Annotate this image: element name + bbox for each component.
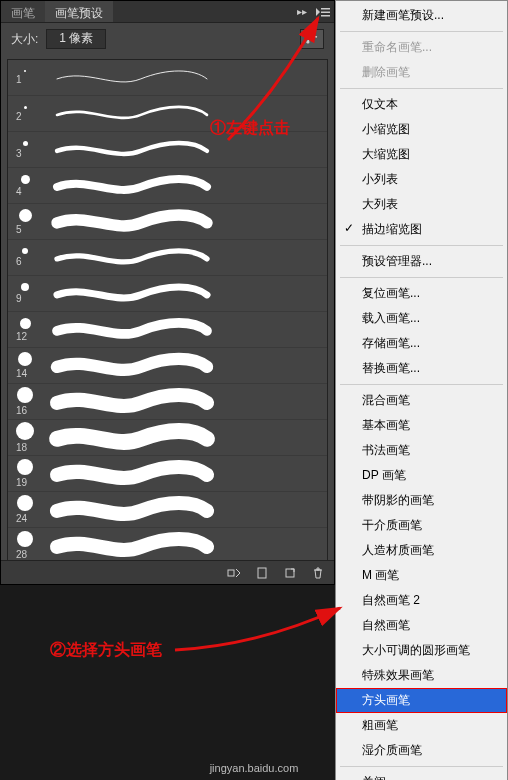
tab-brush[interactable]: 画笔	[1, 1, 45, 22]
menu-small-thumb[interactable]: 小缩览图	[336, 117, 507, 142]
menu-reset-brushes[interactable]: 复位画笔...	[336, 281, 507, 306]
panel-menu-button[interactable]	[312, 1, 334, 22]
menu-faux-finish-brushes[interactable]: 人造材质画笔	[336, 538, 507, 563]
brush-size-dot	[19, 209, 32, 222]
brush-stroke-preview	[42, 243, 321, 273]
svg-rect-6	[286, 569, 294, 577]
brush-stroke-preview	[42, 63, 321, 93]
menu-close[interactable]: 关闭	[336, 770, 507, 780]
size-label: 大小:	[11, 31, 38, 48]
menu-small-list[interactable]: 小列表	[336, 167, 507, 192]
brush-size-number: 24	[16, 513, 34, 524]
brush-list[interactable]: 123456912141618192428	[7, 59, 328, 560]
size-input[interactable]: 1 像素	[46, 29, 106, 49]
tab-brush-presets[interactable]: 画笔预设	[45, 1, 113, 22]
brush-size-number: 19	[16, 477, 34, 488]
brush-size-number: 1	[16, 74, 34, 85]
brush-stroke-preview	[42, 387, 321, 417]
menu-natural-brushes-2[interactable]: 自然画笔 2	[336, 588, 507, 613]
panel-tabs: 画笔 画笔预设 ▸▸	[1, 1, 334, 23]
brush-row[interactable]: 16	[8, 384, 327, 420]
menu-replace-brushes[interactable]: 替换画笔...	[336, 356, 507, 381]
brush-size-dot	[16, 422, 34, 440]
brush-size-dot	[17, 495, 33, 511]
brush-size-dot	[17, 459, 33, 475]
brush-size-number: 28	[16, 549, 34, 560]
brush-row[interactable]: 3	[8, 132, 327, 168]
svg-rect-5	[258, 568, 266, 578]
menu-natural-brushes[interactable]: 自然画笔	[336, 613, 507, 638]
brush-row[interactable]: 6	[8, 240, 327, 276]
brush-size-dot	[23, 141, 28, 146]
brush-size-dot	[18, 352, 32, 366]
brush-size-dot	[22, 248, 28, 254]
annotation-text-2: ②选择方头画笔	[50, 640, 162, 661]
menu-stroke-thumb[interactable]: 描边缩览图	[336, 217, 507, 242]
brush-size-number: 5	[16, 224, 34, 235]
menu-dp-brushes[interactable]: DP 画笔	[336, 463, 507, 488]
brush-size-number: 9	[16, 293, 34, 304]
live-tip-preview-icon[interactable]	[226, 565, 242, 581]
trash-icon[interactable]	[310, 565, 326, 581]
brush-stroke-preview	[42, 423, 321, 453]
brush-row[interactable]: 18	[8, 420, 327, 456]
annotation-arrow-2	[170, 600, 350, 660]
brush-stroke-preview	[42, 135, 321, 165]
brush-size-dot	[21, 175, 30, 184]
tablet-pressure-button[interactable]	[300, 29, 324, 49]
brush-row[interactable]: 12	[8, 312, 327, 348]
menu-preset-manager[interactable]: 预设管理器...	[336, 249, 507, 274]
size-row: 大小: 1 像素	[1, 23, 334, 55]
doc-icon[interactable]	[254, 565, 270, 581]
menu-assorted-brushes[interactable]: 混合画笔	[336, 388, 507, 413]
menu-new-preset[interactable]: 新建画笔预设...	[336, 3, 507, 28]
brush-size-dot	[17, 531, 33, 547]
menu-large-thumb[interactable]: 大缩览图	[336, 142, 507, 167]
brush-size-dot	[21, 283, 29, 291]
brush-row[interactable]: 24	[8, 492, 327, 528]
menu-rename-brush: 重命名画笔...	[336, 35, 507, 60]
brush-size-dot	[24, 70, 26, 72]
brush-size-dot	[20, 318, 31, 329]
brush-row[interactable]: 1	[8, 60, 327, 96]
brush-row[interactable]: 28	[8, 528, 327, 560]
brush-size-number: 6	[16, 256, 34, 267]
menu-basic-brushes[interactable]: 基本画笔	[336, 413, 507, 438]
new-brush-icon[interactable]	[282, 565, 298, 581]
menu-m-brushes[interactable]: M 画笔	[336, 563, 507, 588]
menu-text-only[interactable]: 仅文本	[336, 92, 507, 117]
brush-row[interactable]: 2	[8, 96, 327, 132]
menu-save-brushes[interactable]: 存储画笔...	[336, 331, 507, 356]
menu-square-brushes[interactable]: 方头画笔	[336, 688, 507, 713]
menu-dry-media-brushes[interactable]: 干介质画笔	[336, 513, 507, 538]
brush-size-number: 14	[16, 368, 34, 379]
brush-row[interactable]: 5	[8, 204, 327, 240]
brush-size-number: 12	[16, 331, 34, 342]
brush-stroke-preview	[42, 495, 321, 525]
brush-stroke-preview	[42, 315, 321, 345]
menu-round-brushes[interactable]: 大小可调的圆形画笔	[336, 638, 507, 663]
menu-thick-heavy-brushes[interactable]: 粗画笔	[336, 713, 507, 738]
brush-row[interactable]: 14	[8, 348, 327, 384]
brush-row[interactable]: 19	[8, 456, 327, 492]
menu-large-list[interactable]: 大列表	[336, 192, 507, 217]
brush-stroke-preview	[42, 279, 321, 309]
brush-stroke-preview	[42, 531, 321, 561]
brush-row[interactable]: 9	[8, 276, 327, 312]
menu-special-effect-brushes[interactable]: 特殊效果画笔	[336, 663, 507, 688]
svg-rect-4	[228, 570, 234, 576]
menu-wet-media-brushes[interactable]: 湿介质画笔	[336, 738, 507, 763]
brush-size-dot	[24, 106, 27, 109]
svg-rect-0	[321, 8, 330, 10]
panel-toolbar	[1, 560, 334, 584]
menu-drop-shadow-brushes[interactable]: 带阴影的画笔	[336, 488, 507, 513]
menu-delete-brush: 删除画笔	[336, 60, 507, 85]
brush-stroke-preview	[42, 207, 321, 237]
brush-size-number: 18	[16, 442, 34, 453]
svg-point-3	[307, 41, 310, 44]
brush-row[interactable]: 4	[8, 168, 327, 204]
menu-load-brushes[interactable]: 载入画笔...	[336, 306, 507, 331]
menu-calligraphic-brushes[interactable]: 书法画笔	[336, 438, 507, 463]
brush-size-number: 2	[16, 111, 34, 122]
collapse-panel-icon[interactable]: ▸▸	[292, 1, 312, 22]
